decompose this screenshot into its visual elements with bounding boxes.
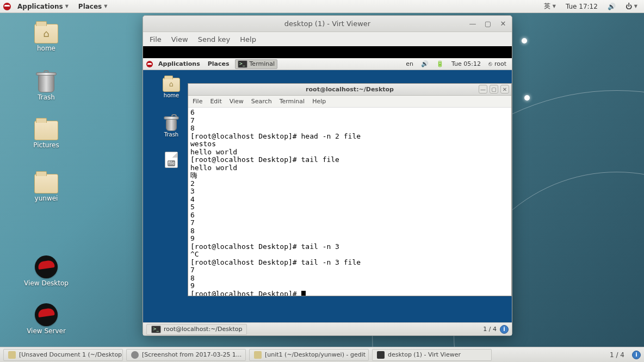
terminal-icon <box>151 326 161 333</box>
guest-workspace-indicator[interactable]: 1 / 4 <box>483 326 497 333</box>
minimize-button[interactable]: — <box>467 18 478 29</box>
power-icon: ⏻ <box>626 3 632 10</box>
terminal-title: root@localhost:~/Desktop <box>188 86 511 93</box>
input-method-indicator[interactable]: 英 ▼ <box>541 1 559 12</box>
outer-bottom-panel: [Unsaved Document 1 (~/Desktop... [Scree… <box>0 347 644 362</box>
guest-applications-menu[interactable]: Applications <box>156 60 202 68</box>
desktop-icon-pictures[interactable]: Pictures <box>22 121 71 149</box>
guest-top-panel: Applications Places Terminal en 🔊 🔋 Tue … <box>143 58 512 70</box>
clock[interactable]: Tue 17:12 <box>562 2 601 11</box>
maximize-button[interactable]: ▢ <box>490 85 498 93</box>
menu-file[interactable]: File <box>193 98 202 105</box>
clock-label: Tue 17:12 <box>566 3 598 10</box>
guest-volume-indicator[interactable]: 🔊 <box>419 60 431 68</box>
image-viewer-icon <box>131 351 139 359</box>
close-button[interactable]: ✕ <box>500 85 509 93</box>
applications-menu[interactable]: Applications ▼ <box>14 2 72 11</box>
menu-sendkey[interactable]: Send key <box>198 35 231 43</box>
guest-terminal-window: root@localhost:~/Desktop — ▢ ✕ File Edit… <box>188 83 512 296</box>
info-badge-icon[interactable]: i <box>632 351 641 359</box>
info-badge-icon[interactable]: i <box>500 325 509 334</box>
guest-bottom-panel: root@localhost:~/Desktop 1 / 4 i <box>143 322 512 335</box>
chevron-down-icon: ▼ <box>634 4 637 9</box>
terminal-output[interactable]: 6 7 8 [root@localhost Desktop]# head -n … <box>188 108 511 296</box>
virt-menubar: File View Send key Help <box>143 32 512 46</box>
maximize-button[interactable]: ▢ <box>482 18 493 29</box>
desktop-icon-view-server[interactable]: View Server <box>22 303 71 335</box>
letterbox-top <box>143 46 512 58</box>
desktop-icon-yunwei[interactable]: yunwei <box>22 174 71 202</box>
logout-icon: ⎋ <box>488 60 492 67</box>
guest-screen[interactable]: Applications Places Terminal en 🔊 🔋 Tue … <box>143 58 512 335</box>
taskbar-item-gedit-2[interactable]: [unit1 (~/Desktop/yunwei) - gedit <box>249 349 369 361</box>
workspace-indicator[interactable]: 1 / 4 <box>605 351 629 359</box>
terminal-titlebar[interactable]: root@localhost:~/Desktop — ▢ ✕ <box>188 84 511 96</box>
menu-view[interactable]: View <box>171 35 188 43</box>
menu-help[interactable]: Help <box>312 98 326 105</box>
chevron-down-icon: ▼ <box>104 4 107 9</box>
redhat-icon <box>35 255 58 278</box>
desktop-icon-trash[interactable]: Trash <box>22 71 71 101</box>
icon-label: Trash <box>38 93 55 101</box>
virt-viewer-window: desktop (1) - Virt Viewer — ▢ ✕ File Vie… <box>143 15 512 336</box>
guest-icon-home[interactable]: home <box>155 78 188 98</box>
guest-terminal-task[interactable]: Terminal <box>235 59 278 69</box>
window-titlebar[interactable]: desktop (1) - Virt Viewer — ▢ ✕ <box>143 16 512 32</box>
outer-top-panel: Applications ▼ Places ▼ 英 ▼ Tue 17:12 🔊 … <box>0 0 644 13</box>
taskbar-item-screenshot[interactable]: [Screenshot from 2017-03-25 1... <box>126 349 246 361</box>
trash-icon <box>36 71 57 92</box>
input-method-label: 英 <box>544 2 550 11</box>
volume-indicator[interactable]: 🔊 <box>604 2 619 11</box>
guest-user-menu[interactable]: ⎋root <box>486 60 509 68</box>
folder-icon <box>163 78 180 92</box>
window-title: desktop (1) - Virt Viewer <box>143 20 512 28</box>
menu-view[interactable]: View <box>230 98 244 105</box>
guest-icon-trash[interactable]: Trash <box>155 115 188 138</box>
file-icon: file <box>165 152 178 168</box>
icon-label: yunwei <box>35 195 58 202</box>
redhat-icon <box>146 61 153 67</box>
terminal-menubar: File Edit View Search Terminal Help <box>188 96 511 108</box>
menu-file[interactable]: File <box>150 35 162 43</box>
power-menu[interactable]: ⏻ ▼ <box>622 2 641 11</box>
taskbar-item-gedit-1[interactable]: [Unsaved Document 1 (~/Desktop... <box>3 349 123 361</box>
folder-icon <box>34 121 58 140</box>
icon-label: View Desktop <box>24 279 69 287</box>
guest-task-terminal[interactable]: root@localhost:~/Desktop <box>146 324 247 335</box>
desktop-icon-home[interactable]: home <box>22 24 71 52</box>
guest-lang-indicator[interactable]: en <box>404 60 416 68</box>
gedit-icon <box>8 351 16 359</box>
menu-edit[interactable]: Edit <box>210 98 221 105</box>
battery-icon: 🔋 <box>436 60 444 67</box>
chevron-down-icon: ▼ <box>553 4 556 9</box>
folder-icon <box>34 174 58 194</box>
trash-icon <box>164 115 179 131</box>
guest-places-menu[interactable]: Places <box>206 60 232 68</box>
speaker-icon: 🔊 <box>608 3 616 10</box>
desktop-icon-view-desktop[interactable]: View Desktop <box>22 255 71 287</box>
gedit-icon <box>254 351 262 359</box>
menu-search[interactable]: Search <box>251 98 272 105</box>
terminal-icon <box>238 60 247 68</box>
chevron-down-icon: ▼ <box>65 4 69 9</box>
places-menu[interactable]: Places ▼ <box>75 2 111 11</box>
redhat-icon <box>35 303 58 326</box>
minimize-button[interactable]: — <box>479 85 487 93</box>
guest-clock[interactable]: Tue 05:12 <box>449 60 483 68</box>
taskbar-item-virt-viewer[interactable]: desktop (1) - Virt Viewer <box>372 349 492 361</box>
speaker-icon: 🔊 <box>421 60 429 67</box>
applications-label: Applications <box>17 3 63 10</box>
guest-battery-indicator[interactable]: 🔋 <box>434 60 446 68</box>
screen-icon <box>377 351 385 359</box>
icon-label: View Server <box>27 327 66 335</box>
redhat-icon <box>3 3 11 10</box>
wallpaper-dot <box>522 38 527 43</box>
guest-icon-file[interactable]: file <box>155 152 188 168</box>
menu-help[interactable]: Help <box>240 35 256 43</box>
menu-terminal[interactable]: Terminal <box>280 98 305 105</box>
icon-label: home <box>37 45 55 52</box>
close-button[interactable]: ✕ <box>498 18 509 29</box>
icon-label: Pictures <box>33 141 59 149</box>
wallpaper-dot <box>524 95 530 101</box>
places-label: Places <box>78 3 102 10</box>
